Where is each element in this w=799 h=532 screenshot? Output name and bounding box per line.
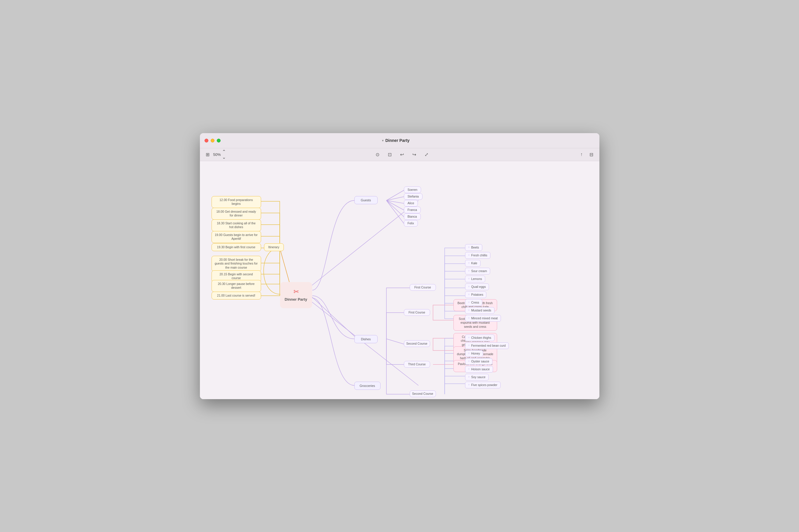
- groc-second-course-node[interactable]: Second Course: [410, 391, 436, 397]
- groc-fc-2-label: Kale: [471, 261, 477, 265]
- groc-sc-6[interactable]: Five spices powder: [465, 382, 501, 389]
- groc-fc-7[interactable]: Cress: [465, 299, 482, 306]
- dishes-third-course-label: Third Course: [408, 362, 426, 366]
- guest-3-label: Franca: [408, 208, 417, 212]
- guest-0-label: Soeren: [408, 188, 418, 192]
- dishes-first-course-node[interactable]: First Course: [404, 309, 430, 316]
- svg-line-1: [311, 201, 418, 286]
- guest-2-label: Alice: [408, 201, 414, 205]
- itinerary-item-0[interactable]: 12.00 Food preparations begins: [212, 196, 261, 208]
- itinerary-node[interactable]: Itinerary: [264, 243, 284, 251]
- groc-fc-9-label: Minced mixed meat: [471, 317, 498, 321]
- guest-5[interactable]: Felix: [404, 220, 418, 227]
- titlebar: ▾ Dinner Party: [200, 133, 600, 148]
- itinerary-item-5[interactable]: 20.00 Short break for the guests and fin…: [212, 256, 261, 272]
- maximize-button[interactable]: [217, 139, 221, 142]
- app-window: ▾ Dinner Party ⊞ 50% ⌃⌄ ⊙ ⊡ ↩ ↪ ⤢ ↑ ⊟: [200, 133, 600, 399]
- center-node[interactable]: ✂ Dinner Party: [280, 282, 312, 308]
- guest-2[interactable]: Alice: [404, 200, 418, 207]
- title-dropdown-icon: ▾: [382, 139, 383, 142]
- itinerary-item-7[interactable]: 20.30 Longer pause before dessert: [212, 280, 261, 292]
- groc-fc-1[interactable]: Fresh chillis: [465, 252, 491, 259]
- groc-sc-3-label: Oyster sauce: [471, 360, 489, 364]
- groc-sc-0[interactable]: Chicken thighs: [465, 335, 494, 341]
- itinerary-item-4[interactable]: 19.30 Begin with first course: [212, 243, 261, 251]
- svg-line-2: [311, 296, 357, 339]
- zoom-control: 50% ⌃⌄: [213, 149, 226, 160]
- groc-fc-1-label: Fresh chillis: [471, 253, 487, 258]
- itinerary-item-0-label: 12.00 Food preparations begins: [215, 198, 258, 206]
- groc-fc-8-label: Mustard seeds: [471, 308, 491, 312]
- itinerary-item-1-label: 18.00 Get dressed and ready for dinner: [215, 210, 258, 217]
- sidebar-toggle-button[interactable]: ⊞: [205, 151, 211, 158]
- guest-3[interactable]: Franca: [404, 207, 421, 213]
- guest-1-label: Stefania: [408, 195, 419, 199]
- itinerary-item-7-label: 20.30 Longer pause before dessert: [215, 282, 258, 290]
- itinerary-item-2[interactable]: 18.30 Start cooking all of the hot dishe…: [212, 220, 261, 231]
- guest-5-label: Felix: [408, 222, 414, 226]
- minimize-button[interactable]: [211, 139, 214, 142]
- groc-fc-3[interactable]: Sour cream: [465, 268, 490, 275]
- zoom-value: 50%: [213, 152, 221, 157]
- groc-first-course-node[interactable]: First Course: [410, 284, 436, 291]
- itinerary-item-3[interactable]: 19.00 Guests begin to arrive for Aperiti…: [212, 231, 261, 243]
- groc-fc-4[interactable]: Lemons: [465, 276, 486, 283]
- groc-sc-5-label: Soy sauce: [471, 375, 486, 379]
- window-title: Dinner Party: [385, 138, 410, 143]
- itinerary-item-8[interactable]: 21.00 Last course is served!: [212, 292, 261, 300]
- dishes-label: Dishes: [361, 337, 371, 341]
- groc-fc-0[interactable]: Beets: [465, 244, 482, 251]
- groc-sc-2-label: Honey: [471, 352, 480, 356]
- guest-1[interactable]: Stefania: [404, 193, 423, 200]
- panel-icon[interactable]: ⊟: [588, 151, 595, 158]
- dishes-first-course-label: First Course: [408, 310, 425, 315]
- toolbar-right: ↑ ⊟: [578, 151, 595, 158]
- groc-fc-7-label: Cress: [471, 301, 479, 305]
- groc-fc-5[interactable]: Quail eggs: [465, 284, 489, 290]
- groc-fc-2[interactable]: Kale: [465, 260, 480, 267]
- groc-sc-3[interactable]: Oyster sauce: [465, 358, 492, 365]
- groceries-label: Grocceries: [360, 384, 375, 388]
- dishes-second-course-label: Second Course: [406, 342, 427, 346]
- share-icon[interactable]: ↑: [578, 151, 585, 158]
- groc-sc-1[interactable]: Fermented red bean curd: [465, 342, 509, 349]
- image-icon[interactable]: ⊡: [387, 151, 393, 158]
- itinerary-item-3-label: 19.00 Guests begin to arrive for Aperiti…: [215, 233, 258, 241]
- groc-sc-6-label: Five spices powder: [471, 383, 497, 387]
- groc-sc-2[interactable]: Honey: [465, 350, 483, 357]
- dishes-node[interactable]: Dishes: [354, 335, 378, 343]
- itinerary-item-4-label: 19.30 Begin with first course: [217, 245, 255, 249]
- groc-fc-6[interactable]: Potatoes: [465, 291, 487, 298]
- dishes-third-course-node[interactable]: Third Course: [404, 361, 430, 368]
- itinerary-item-8-label: 21.00 Last course is served!: [217, 294, 255, 298]
- groc-fc-9[interactable]: Minced mixed meat: [465, 315, 501, 322]
- guest-4[interactable]: Bianca: [404, 213, 421, 220]
- groc-fc-8[interactable]: Mustard seeds: [465, 307, 494, 314]
- fit-icon[interactable]: ⤢: [423, 151, 430, 158]
- itinerary-item-6-label: 20.15 Begin with second course: [215, 272, 258, 280]
- undo-icon[interactable]: ↩: [399, 151, 405, 158]
- groc-fc-0-label: Beets: [471, 246, 479, 250]
- mindmap: ✂ Dinner Party: [200, 161, 600, 399]
- itinerary-item-5-label: 20.00 Short break for the guests and fin…: [215, 258, 258, 270]
- redo-icon[interactable]: ↪: [411, 151, 418, 158]
- groc-fc-3-label: Sour cream: [471, 269, 487, 273]
- groc-sc-1-label: Fermented red bean curd: [471, 344, 506, 348]
- groc-sc-0-label: Chicken thighs: [471, 336, 491, 340]
- dishes-second-course-node[interactable]: Second Course: [404, 340, 430, 347]
- itinerary-item-2-label: 18.30 Start cooking all of the hot dishe…: [215, 222, 258, 229]
- itinerary-item-1[interactable]: 18.00 Get dressed and ready for dinner: [212, 208, 261, 220]
- guest-0[interactable]: Soeren: [404, 187, 421, 193]
- close-button[interactable]: [205, 139, 208, 142]
- itinerary-label: Itinerary: [268, 245, 280, 249]
- check-icon[interactable]: ⊙: [375, 151, 381, 158]
- groc-first-course-label: First Course: [414, 286, 431, 290]
- canvas[interactable]: ✂ Dinner Party: [200, 161, 600, 399]
- groc-sc-4-label: Hoison sauce: [471, 367, 490, 372]
- guests-node[interactable]: Guests: [354, 196, 378, 204]
- groceries-node[interactable]: Grocceries: [354, 382, 381, 390]
- zoom-stepper[interactable]: ⌃⌄: [222, 149, 226, 160]
- toolbar-left: ⊞ 50% ⌃⌄: [205, 149, 226, 160]
- groc-sc-4[interactable]: Hoison sauce: [465, 366, 493, 373]
- groc-sc-5[interactable]: Soy sauce: [465, 374, 489, 381]
